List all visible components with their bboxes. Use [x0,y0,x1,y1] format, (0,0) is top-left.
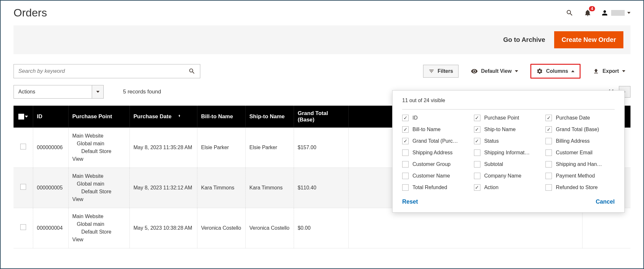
column-toggle[interactable]: Status [474,138,543,144]
column-toggle[interactable]: Customer Name [402,173,471,179]
column-toggle[interactable]: Customer Group [402,161,471,168]
columns-panel: 11 out of 24 visible IDPurchase PointPur… [392,90,625,213]
column-toggle[interactable]: Grand Total (Base) [545,126,615,133]
column-toggle[interactable]: Shipping Informat… [474,149,543,156]
chevron-down-icon [627,12,630,14]
th-purchase-date[interactable]: Purchase Date [129,106,197,128]
column-toggle[interactable]: Company Name [474,173,543,179]
th-grand-total-base[interactable]: Grand Total (Base) [294,106,348,128]
checkbox[interactable] [474,115,480,121]
checkbox[interactable] [545,184,552,191]
checkbox[interactable] [474,184,480,191]
account-name-placeholder [611,10,625,16]
th-purchase-point[interactable]: Purchase Point [68,106,129,128]
th-bill-to[interactable]: Bill-to Name [197,106,245,128]
columns-button[interactable]: Columns [530,64,581,79]
column-toggle[interactable]: Bill-to Name [402,126,471,133]
checkbox[interactable] [474,173,480,179]
column-toggle-label: Status [484,138,499,144]
column-toggle-label: ID [412,115,418,121]
notifications-icon[interactable]: 4 [583,8,592,18]
column-toggle[interactable]: Purchase Point [474,115,543,121]
column-toggle[interactable]: Refunded to Store [545,184,615,191]
column-toggle[interactable]: Customer Email [545,149,615,156]
checkbox[interactable] [402,184,409,191]
upload-icon [593,68,599,74]
search-input-wrap[interactable] [14,64,200,78]
column-toggle[interactable]: Payment Method [545,173,615,179]
column-toggle-label: Grand Total (Base) [556,127,599,132]
chevron-up-icon [571,70,574,72]
column-toggle[interactable]: Purchase Date [545,115,615,121]
column-toggle-label: Purchase Date [556,115,590,121]
cell-ship-to: Elsie Parker [245,128,294,168]
checkbox[interactable] [545,126,552,133]
checkbox[interactable] [474,161,480,168]
row-checkbox[interactable] [20,184,26,190]
checkbox[interactable] [402,149,409,156]
columns-cancel-link[interactable]: Cancel [596,198,615,205]
column-toggle[interactable]: Action [474,184,543,191]
filters-button[interactable]: Filters [423,65,459,78]
column-toggle[interactable]: Total Refunded [402,184,471,191]
checkbox[interactable] [545,173,552,179]
mass-actions-select[interactable]: Actions [14,85,104,99]
th-select-all[interactable] [14,106,33,128]
account-menu[interactable] [601,9,630,17]
th-ship-to[interactable]: Ship-to Name [245,106,294,128]
cell-grand-total: $157.00 [294,128,348,168]
column-toggle-label: Subtotal [484,161,503,167]
checkbox[interactable] [545,149,552,156]
mass-actions-trigger[interactable] [92,85,103,98]
checkbox[interactable] [545,138,552,144]
th-id[interactable]: ID [33,106,68,128]
page-header: Orders 4 [1,1,643,22]
column-toggle-label: Customer Email [556,150,592,156]
row-checkbox[interactable] [20,144,26,149]
chevron-down-icon [96,91,99,93]
checkbox[interactable] [474,126,480,133]
toolbar: Filters Default View Columns Export [1,64,643,79]
column-toggle[interactable]: Shipping and Han… [545,161,615,168]
column-toggle-label: Billing Address [556,138,590,144]
column-toggle-label: Grand Total (Purc… [412,138,458,144]
go-to-archive-link[interactable]: Go to Archive [503,36,545,43]
column-toggle[interactable]: Grand Total (Purc… [402,138,471,144]
filters-label: Filters [438,68,453,74]
column-toggle-label: Refunded to Store [556,185,598,190]
create-new-order-button[interactable]: Create New Order [554,31,623,48]
column-toggle[interactable]: Subtotal [474,161,543,168]
search-icon[interactable] [188,68,195,75]
cell-bill-to: Kara Timmons [197,168,245,208]
default-view-label: Default View [481,68,512,74]
eye-icon [471,68,478,75]
mass-actions-label: Actions [14,89,92,95]
cell-purchase-point: Main WebsiteGlobal mainDefault StoreView [68,128,129,168]
checkbox[interactable] [545,161,552,168]
column-toggle[interactable]: Shipping Address [402,149,471,156]
column-toggle-label: Action [484,185,498,190]
export-button[interactable]: Export [588,65,630,78]
checkbox[interactable] [402,126,409,133]
column-toggle[interactable]: Billing Address [545,138,615,144]
sort-arrow-icon [177,114,181,118]
table-row[interactable]: 000000004Main WebsiteGlobal mainDefault … [14,208,630,248]
column-toggle[interactable]: ID [402,115,471,121]
action-bar: Go to Archive Create New Order [14,25,630,54]
checkbox[interactable] [402,138,409,144]
columns-reset-link[interactable]: Reset [402,198,418,205]
search-input[interactable] [18,68,188,74]
search-icon[interactable] [565,8,574,18]
checkbox[interactable] [402,115,409,121]
row-checkbox[interactable] [20,224,26,230]
checkbox[interactable] [402,173,409,179]
checkbox[interactable] [474,149,480,156]
checkbox[interactable] [402,161,409,168]
checkbox[interactable] [474,138,480,144]
checkbox[interactable] [545,115,552,121]
cell-transaction [582,208,630,248]
default-view-button[interactable]: Default View [466,64,523,78]
notification-badge: 4 [589,6,595,11]
column-toggle[interactable]: Ship-to Name [474,126,543,133]
cell-ship-to: Kara Timmons [245,168,294,208]
